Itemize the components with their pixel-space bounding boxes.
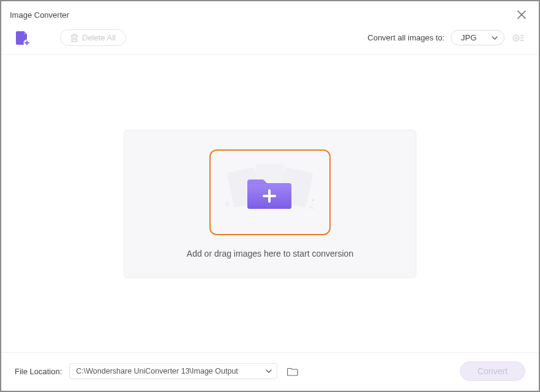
svg-point-6 xyxy=(312,199,314,202)
output-format-value: JPG xyxy=(461,33,476,42)
close-button[interactable] xyxy=(513,6,530,23)
add-file-button[interactable] xyxy=(15,30,31,46)
output-settings-button[interactable] xyxy=(511,31,525,45)
chevron-down-icon xyxy=(266,369,272,373)
delete-all-button[interactable]: Delete All xyxy=(60,29,126,46)
file-location-path: C:\Wondershare UniConverter 13\Image Out… xyxy=(76,367,238,375)
main-area: Add or drag images here to start convers… xyxy=(1,55,539,352)
add-files-dropframe[interactable] xyxy=(209,149,331,235)
output-format-select[interactable]: JPG xyxy=(451,30,504,45)
close-icon xyxy=(517,10,526,19)
convert-button-label: Convert xyxy=(478,366,508,376)
add-file-icon xyxy=(15,30,31,46)
chevron-down-icon xyxy=(492,36,498,40)
window-title: Image Converter xyxy=(10,10,69,20)
file-location-label: File Location: xyxy=(15,367,62,376)
titlebar: Image Converter xyxy=(1,1,539,26)
svg-point-1 xyxy=(513,35,519,41)
add-folder-plus-icon xyxy=(246,173,294,211)
file-location-select[interactable]: C:\Wondershare UniConverter 13\Image Out… xyxy=(69,363,277,379)
open-folder-button[interactable] xyxy=(287,367,298,376)
dropzone-instruction: Add or drag images here to start convers… xyxy=(187,249,353,258)
convert-all-label: Convert all images to: xyxy=(367,33,444,42)
folder-icon xyxy=(287,367,298,376)
convert-button[interactable]: Convert xyxy=(460,361,525,381)
toolbar: Delete All Convert all images to: JPG xyxy=(1,26,539,55)
settings-icon xyxy=(512,32,524,43)
svg-point-2 xyxy=(515,37,517,39)
footer: File Location: C:\Wondershare UniConvert… xyxy=(1,352,539,391)
delete-all-label: Delete All xyxy=(82,33,116,42)
dropzone[interactable]: Add or drag images here to start convers… xyxy=(124,130,416,278)
trash-icon xyxy=(70,34,78,42)
